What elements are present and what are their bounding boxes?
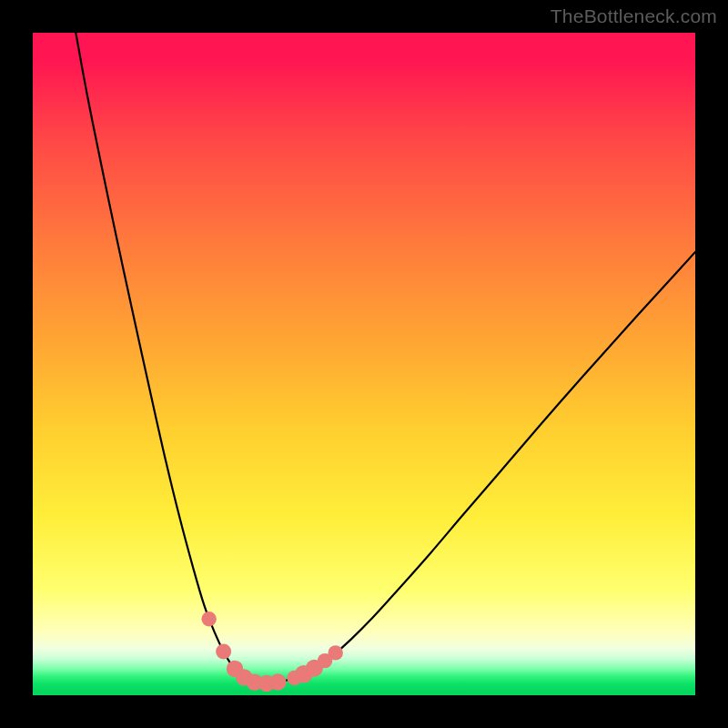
plot-area [33, 33, 695, 695]
valley-marker-11 [329, 645, 343, 660]
watermark-text: TheBottleneck.com [551, 5, 717, 27]
curve-right-branch [267, 252, 695, 683]
curve-left-branch [76, 33, 267, 683]
valley-marker-1 [216, 643, 231, 659]
chart-frame: TheBottleneck.com [0, 0, 728, 728]
valley-marker-6 [269, 673, 286, 690]
valley-marker-0 [201, 612, 216, 626]
bottleneck-curve [33, 33, 695, 695]
